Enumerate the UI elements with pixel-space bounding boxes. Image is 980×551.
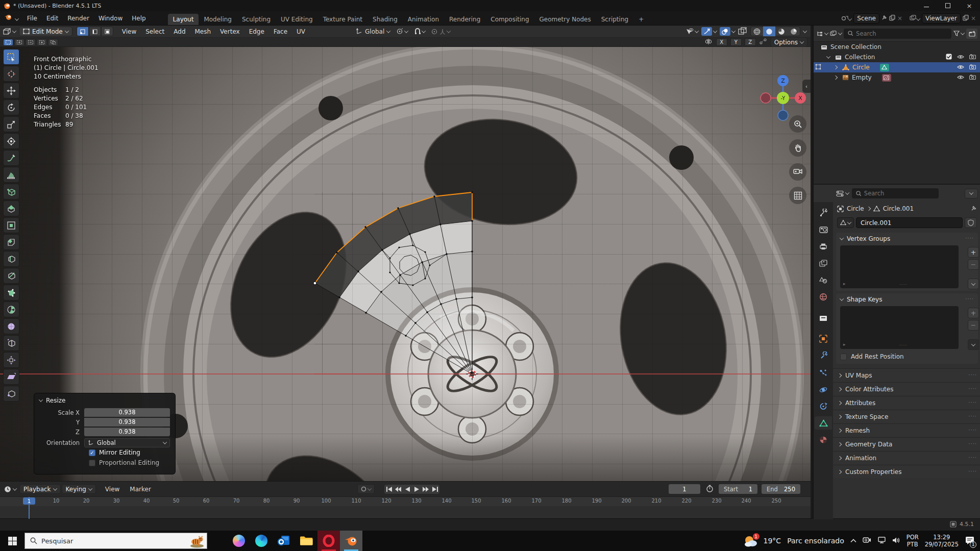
close-button[interactable]: ×: [959, 0, 980, 11]
panel-grip[interactable]: ····: [968, 386, 977, 391]
mirror-y-button[interactable]: Y: [730, 38, 742, 46]
panel-custom-properties[interactable]: Custom Properties····: [833, 465, 980, 478]
meet-now-icon[interactable]: [863, 537, 871, 545]
menu-edge[interactable]: Edge: [244, 28, 269, 35]
menu-select[interactable]: Select: [141, 28, 169, 35]
stopwatch-icon[interactable]: [706, 485, 714, 494]
properties-search-input[interactable]: [864, 190, 935, 197]
tab-texture-paint[interactable]: Texture Paint: [318, 14, 368, 25]
select-mode-intersect-button[interactable]: [48, 39, 58, 46]
outliner-display-mode-dropdown[interactable]: [816, 31, 828, 37]
editor-type-button[interactable]: [3, 28, 16, 35]
tab-particles-icon[interactable]: [815, 366, 832, 379]
outliner-filter-image-dropdown[interactable]: [830, 31, 842, 37]
keying-menu[interactable]: Keying: [62, 484, 96, 494]
panel-color-attributes[interactable]: Color Attributes····: [833, 382, 980, 395]
tray-expand-chevron[interactable]: [850, 537, 856, 544]
scale-y-field[interactable]: 0.938: [84, 418, 170, 427]
play-reverse-button[interactable]: [403, 485, 412, 494]
blender-menu-icon[interactable]: [0, 14, 22, 22]
hide-eye-icon[interactable]: [957, 64, 964, 71]
tab-scene-icon[interactable]: [815, 273, 832, 287]
clock[interactable]: 13:29 29/07/2025: [925, 534, 959, 548]
tool-cursor[interactable]: [3, 66, 19, 82]
sidebar-toggle[interactable]: ‹: [802, 80, 811, 93]
datablock-type-dropdown[interactable]: [837, 217, 854, 228]
timeline-view-menu[interactable]: View: [100, 486, 125, 493]
play-button[interactable]: [412, 485, 421, 494]
tab-collection-icon[interactable]: [815, 311, 832, 324]
weather-temp[interactable]: 19°C: [764, 537, 781, 545]
show-gizmo-toggle[interactable]: [701, 27, 717, 36]
select-mode-extend-button[interactable]: [14, 39, 24, 46]
scale-z-field[interactable]: 0.938: [84, 428, 170, 436]
properties-search[interactable]: [852, 188, 939, 198]
mode-dropdown[interactable]: Edit Mode: [19, 27, 72, 36]
tab-tool-icon[interactable]: [815, 206, 832, 219]
resize-handle-icon[interactable]: ▸: [843, 281, 846, 286]
tool-shrink-fatten[interactable]: [3, 352, 19, 368]
current-frame-badge[interactable]: 1: [23, 497, 35, 505]
tool-rotate[interactable]: [3, 99, 19, 115]
weather-icon[interactable]: 1: [743, 534, 757, 547]
end-frame-field[interactable]: End250: [762, 484, 800, 494]
datablock-name-field[interactable]: Circle.001: [856, 217, 963, 228]
panel-texture-space[interactable]: Texture Space····: [833, 410, 980, 423]
xray-toggle[interactable]: [738, 27, 747, 36]
tool-extrude-region[interactable]: [3, 201, 19, 216]
vertex-group-specials-button[interactable]: [968, 279, 979, 289]
panel-grip[interactable]: ····: [968, 468, 977, 474]
orientation-dropdown[interactable]: Global: [84, 438, 170, 447]
outliner-search-input[interactable]: [856, 30, 947, 37]
tab-shading[interactable]: Shading: [368, 14, 403, 25]
shape-key-specials-button[interactable]: [968, 339, 979, 350]
jump-to-start-button[interactable]: [384, 485, 394, 494]
tab-scripting[interactable]: Scripting: [596, 14, 633, 25]
tool-shear[interactable]: [3, 369, 19, 385]
panel-grip[interactable]: ····: [968, 427, 977, 433]
breadcrumb-data[interactable]: Circle.001: [883, 205, 914, 212]
current-frame-field[interactable]: 1: [669, 484, 700, 494]
maximize-button[interactable]: [937, 0, 959, 11]
panel-uv-maps[interactable]: UV Maps····: [833, 368, 980, 382]
network-icon[interactable]: [877, 537, 886, 545]
timeline-track-area[interactable]: [0, 506, 811, 519]
select-mode-subtract-button[interactable]: [26, 39, 36, 46]
tool-bevel[interactable]: [3, 234, 19, 250]
select-mode-invert-button[interactable]: [37, 39, 47, 46]
start-frame-field[interactable]: Start1: [719, 484, 757, 494]
falloff-icon[interactable]: [759, 38, 767, 46]
tab-world-icon[interactable]: [815, 290, 832, 304]
tab-object-data-icon[interactable]: [815, 416, 832, 430]
menu-add[interactable]: Add: [169, 28, 190, 35]
remove-viewlayer-icon[interactable]: ×: [971, 15, 976, 22]
tab-geometry-nodes[interactable]: Geometry Nodes: [534, 14, 596, 25]
wireframe-shading-button[interactable]: [751, 28, 763, 35]
tab-compositing[interactable]: Compositing: [485, 14, 534, 25]
add-rest-position-checkbox[interactable]: [840, 354, 847, 360]
resize-operator-panel[interactable]: Resize Scale X0.938 Y0.938 Z0.938 Orient…: [34, 393, 176, 474]
proportional-editing-checkbox[interactable]: [89, 460, 95, 466]
active-vertex[interactable]: [313, 282, 316, 285]
remove-vertex-group-button[interactable]: −: [968, 259, 979, 270]
playback-menu[interactable]: Playback: [19, 484, 61, 494]
disable-render-camera-icon[interactable]: [969, 54, 976, 61]
tool-knife[interactable]: [3, 268, 19, 284]
notification-center-icon[interactable]: 1: [965, 536, 975, 546]
tool-rip-region[interactable]: [3, 386, 19, 402]
pin-id-icon[interactable]: [971, 205, 977, 213]
tab-render-icon[interactable]: [815, 223, 832, 236]
properties-options-button[interactable]: [965, 189, 978, 198]
solid-shading-button[interactable]: [763, 27, 775, 36]
volume-icon[interactable]: [892, 537, 900, 545]
material-preview-button[interactable]: [775, 28, 788, 35]
collapse-icon[interactable]: [39, 397, 43, 402]
prev-keyframe-button[interactable]: [394, 485, 403, 494]
tool-scale[interactable]: [3, 116, 19, 132]
tab-uv-editing[interactable]: UV Editing: [276, 14, 318, 25]
collapse-icon[interactable]: [840, 296, 844, 300]
next-keyframe-button[interactable]: [421, 485, 430, 494]
disable-render-camera-icon[interactable]: [969, 64, 976, 71]
new-collection-button[interactable]: [966, 29, 977, 39]
tab-modifiers-icon[interactable]: [815, 349, 832, 362]
